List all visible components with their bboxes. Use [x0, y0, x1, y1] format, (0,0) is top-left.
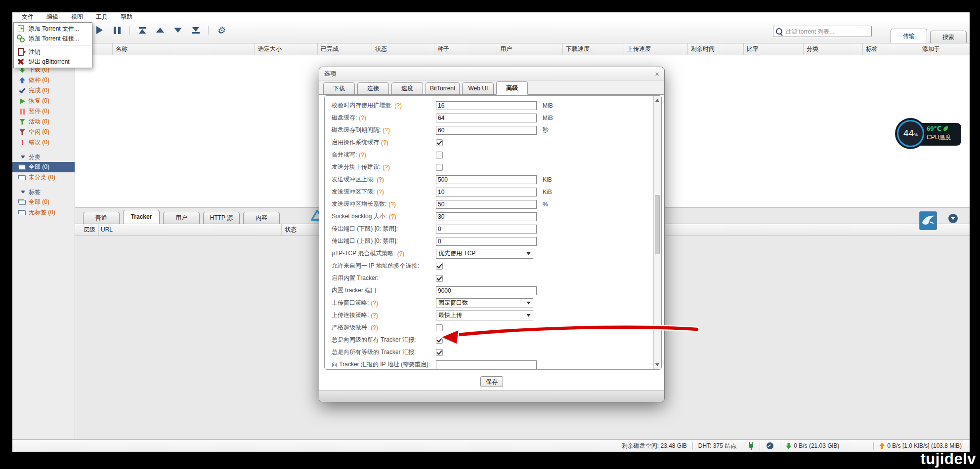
torrent-column-header[interactable]: 分类: [804, 43, 863, 55]
sidebar-tag-item[interactable]: 无标签 (0): [12, 207, 75, 218]
help-link[interactable]: (?): [389, 213, 396, 220]
option-input[interactable]: [436, 360, 537, 369]
torrent-column-header[interactable]: 名称: [113, 43, 255, 55]
help-link[interactable]: (?): [377, 176, 384, 183]
sidebar-section-categories[interactable]: 分类: [12, 152, 75, 162]
menu-item[interactable]: 添加 Torrent 文件...: [14, 24, 92, 34]
dialog-tab[interactable]: 高级: [496, 81, 528, 95]
toolbar-button[interactable]: [171, 25, 184, 36]
option-input[interactable]: 10: [436, 188, 537, 196]
option-input[interactable]: 0: [436, 237, 537, 246]
torrent-column-header[interactable]: 下载速度: [563, 43, 624, 55]
torrent-column-header[interactable]: 比率: [744, 43, 804, 55]
option-checkbox[interactable]: [436, 139, 443, 146]
help-link[interactable]: (?): [371, 324, 378, 331]
sidebar-tag-item[interactable]: 全部 (0): [12, 197, 75, 207]
sidebar-status-item[interactable]: 做种 (0): [12, 75, 75, 85]
option-select[interactable]: 最快上传: [436, 311, 533, 320]
torrent-column-header[interactable]: 种子: [434, 43, 497, 55]
menubar-item[interactable]: 视图: [65, 13, 89, 21]
toolbar-button[interactable]: [93, 25, 106, 36]
torrent-column-header[interactable]: 上传速度: [624, 43, 688, 55]
help-link[interactable]: (?): [388, 201, 396, 208]
option-checkbox[interactable]: [436, 152, 443, 158]
help-link[interactable]: (?): [394, 102, 402, 109]
view-tab[interactable]: 传输: [891, 29, 927, 43]
torrent-column-header[interactable]: 标签: [863, 43, 919, 55]
option-input[interactable]: 0: [436, 225, 537, 234]
menu-item[interactable]: 注销: [14, 47, 92, 57]
detail-tab[interactable]: 用户: [163, 212, 200, 224]
menubar-item[interactable]: 文件: [15, 13, 40, 21]
option-checkbox[interactable]: [436, 349, 443, 356]
torrent-column-header[interactable]: 用户: [497, 43, 563, 55]
option-input[interactable]: 64: [436, 114, 537, 122]
menubar-item[interactable]: 编辑: [40, 13, 65, 21]
dialog-scrollbar[interactable]: [653, 96, 661, 369]
help-link[interactable]: (?): [371, 312, 378, 319]
sidebar-status-item[interactable]: 暂停 (0): [12, 106, 75, 117]
detail-tab[interactable]: Tracker: [123, 210, 160, 224]
dialog-tab[interactable]: BitTorrent: [426, 82, 460, 94]
option-checkbox[interactable]: [436, 164, 443, 171]
detail-tab[interactable]: 普通: [83, 212, 120, 224]
torrent-column-header[interactable]: 添加于: [919, 43, 970, 55]
dialog-tab[interactable]: Web UI: [462, 82, 494, 94]
option-checkbox[interactable]: [436, 275, 443, 282]
option-input[interactable]: 16: [436, 101, 537, 110]
option-checkbox[interactable]: [436, 337, 443, 344]
sidebar-status-item[interactable]: 完成 (0): [12, 85, 75, 96]
sidebar-status-item[interactable]: 活动 (0): [12, 117, 75, 127]
help-link[interactable]: (?): [377, 189, 384, 195]
option-input[interactable]: 60: [436, 126, 537, 135]
sidebar-category-item[interactable]: 全部 (0): [12, 162, 75, 172]
collapse-panel-button[interactable]: [948, 214, 958, 223]
help-link[interactable]: (?): [383, 127, 390, 134]
help-link[interactable]: (?): [397, 250, 405, 257]
sidebar-status-item[interactable]: 错误 (0): [12, 137, 75, 148]
scroll-down-icon[interactable]: [655, 363, 659, 366]
sidebar-status-item[interactable]: 恢复 (0): [12, 96, 75, 106]
help-link[interactable]: (?): [383, 164, 390, 171]
dialog-tab[interactable]: 速度: [391, 82, 423, 94]
toolbar-button[interactable]: [189, 25, 202, 36]
help-link[interactable]: (?): [381, 139, 388, 146]
connection-status-icon[interactable]: [749, 444, 753, 448]
option-checkbox[interactable]: [436, 324, 443, 331]
cpu-monitor-widget[interactable]: 69℃ CPU温度 44 %: [897, 120, 962, 149]
save-button[interactable]: 保存: [480, 376, 503, 387]
detail-tab[interactable]: HTTP 源: [203, 212, 240, 224]
torrent-column-header[interactable]: 已完成: [318, 43, 372, 55]
sidebar-category-item[interactable]: 未分类 (0): [12, 172, 75, 183]
detail-tab[interactable]: 内容: [243, 212, 280, 224]
torrent-column-header[interactable]: 选定大小: [255, 43, 318, 55]
download-speed[interactable]: 0 B/s (21.03 GiB): [794, 442, 839, 449]
sidebar-status-item[interactable]: 空闲 (0): [12, 127, 75, 137]
torrent-column-header[interactable]: 状态: [372, 43, 434, 55]
scrollbar-thumb[interactable]: [655, 195, 660, 254]
menubar-item[interactable]: 帮助: [114, 13, 139, 21]
dialog-titlebar[interactable]: 选项 ×: [319, 67, 664, 80]
filter-input[interactable]: [784, 28, 871, 36]
toolbar-button[interactable]: [214, 25, 227, 36]
torrent-column-header[interactable]: 剩余时间: [688, 43, 744, 55]
option-select[interactable]: 固定窗口数: [436, 298, 533, 308]
upload-speed[interactable]: 0 B/s [1.0 KiB/s] (103.8 MiB): [887, 442, 962, 449]
dialog-tab[interactable]: 连接: [357, 82, 389, 94]
sidebar-section-tags[interactable]: 标签: [12, 187, 75, 197]
menubar-item[interactable]: 工具: [89, 13, 114, 21]
option-input[interactable]: 30: [436, 212, 537, 221]
swallow-extension-icon[interactable]: [919, 211, 937, 232]
help-link[interactable]: (?): [371, 300, 378, 307]
toolbar-button[interactable]: [154, 25, 167, 36]
option-checkbox[interactable]: [436, 263, 443, 270]
tracker-column-header[interactable]: 层级: [75, 224, 99, 235]
option-input[interactable]: 9000: [436, 286, 537, 295]
help-link[interactable]: (?): [359, 115, 366, 121]
close-icon[interactable]: ×: [655, 70, 659, 78]
toolbar-button[interactable]: [136, 25, 149, 36]
menu-item[interactable]: 退出 qBittorrent: [14, 57, 92, 67]
option-input[interactable]: 500: [436, 175, 537, 184]
option-input[interactable]: 50: [436, 200, 537, 209]
menu-item[interactable]: 添加 Torrent 链接...: [14, 34, 92, 43]
